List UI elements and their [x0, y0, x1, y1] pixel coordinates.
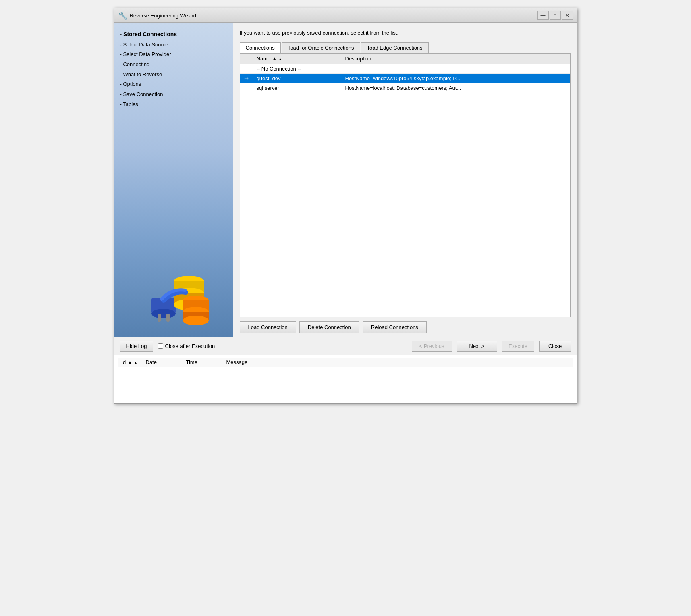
row-arrow-3: [240, 83, 253, 93]
svg-point-14: [183, 316, 209, 325]
titlebar-left: 🔧 Reverse Engineering Wizard: [118, 11, 196, 19]
tab-bar: Connections Toad for Oracle Connections …: [240, 42, 571, 53]
delete-connection-button[interactable]: Delete Connection: [299, 321, 359, 333]
row-name-2[interactable]: quest_dev: [253, 74, 341, 83]
row-arrow-1: [240, 64, 253, 74]
row-arrow-2: ⇒: [240, 74, 253, 83]
table-row[interactable]: ⇒ quest_dev HostName=windows10pro64.skyt…: [240, 74, 570, 83]
log-table: Id ▲ Date Time Message: [118, 358, 573, 367]
connections-table-container[interactable]: Name ▲ Description -- No Connection -- ⇒: [240, 53, 571, 317]
tab-toad-edge[interactable]: Toad Edge Connections: [361, 42, 429, 53]
log-col-time[interactable]: Time: [183, 358, 223, 367]
close-after-text: Close after Execution: [165, 343, 215, 349]
previous-button[interactable]: < Previous: [412, 341, 452, 352]
log-col-date[interactable]: Date: [143, 358, 183, 367]
sidebar-item-stored-connections[interactable]: - Stored Connections: [120, 29, 228, 40]
table-row[interactable]: -- No Connection --: [240, 64, 570, 74]
sidebar-item-save-connection[interactable]: - Save Connection: [120, 89, 228, 100]
sidebar-image: [120, 262, 228, 331]
tab-toad-oracle[interactable]: Toad for Oracle Connections: [282, 42, 360, 53]
window-title: Reverse Engineering Wizard: [130, 12, 196, 19]
sidebar-item-select-data-provider[interactable]: - Select Data Provider: [120, 50, 228, 60]
table-body: -- No Connection -- ⇒ quest_dev HostName…: [240, 64, 570, 93]
maximize-button[interactable]: □: [550, 11, 561, 20]
svg-rect-3: [158, 314, 161, 322]
next-button[interactable]: Next >: [457, 341, 497, 352]
reload-connections-button[interactable]: Reload Connections: [363, 321, 427, 333]
row-desc-3[interactable]: HostName=localhost; Database=customers; …: [341, 83, 570, 93]
row-desc-2[interactable]: HostName=windows10pro64.skytap.example; …: [341, 74, 570, 83]
execute-button[interactable]: Execute: [502, 341, 534, 352]
titlebar: 🔧 Reverse Engineering Wizard — □ ✕: [114, 8, 577, 23]
main-panel: If you want to use previously saved conn…: [233, 23, 577, 337]
svg-point-2: [151, 309, 176, 318]
titlebar-buttons: — □ ✕: [537, 11, 573, 20]
main-window: 🔧 Reverse Engineering Wizard — □ ✕ - Sto…: [114, 8, 577, 404]
info-text: If you want to use previously saved conn…: [240, 28, 571, 37]
hide-log-button[interactable]: Hide Log: [120, 341, 153, 352]
sidebar-item-options[interactable]: - Options: [120, 79, 228, 89]
log-col-message[interactable]: Message: [223, 358, 573, 367]
table-row[interactable]: sql server HostName=localhost; Database=…: [240, 83, 570, 93]
connections-table: Name ▲ Description -- No Connection -- ⇒: [240, 54, 570, 93]
tab-connections[interactable]: Connections: [240, 42, 281, 53]
sidebar-item-what-to-reverse[interactable]: - What to Reverse: [120, 70, 228, 80]
log-header-row: Id ▲ Date Time Message: [118, 358, 573, 367]
close-window-button[interactable]: ✕: [562, 11, 573, 20]
minimize-button[interactable]: —: [537, 11, 549, 20]
col-header-description[interactable]: Description: [341, 54, 570, 64]
table-header: Name ▲ Description: [240, 54, 570, 64]
db-illustration: [133, 262, 214, 327]
sidebar-item-select-data-source[interactable]: - Select Data Source: [120, 40, 228, 50]
bottom-bar: Hide Log Close after Execution < Previou…: [114, 337, 577, 355]
sidebar-item-tables[interactable]: - Tables: [120, 100, 228, 110]
close-after-label[interactable]: Close after Execution: [158, 343, 215, 349]
table-header-row: Name ▲ Description: [240, 54, 570, 64]
log-header: Id ▲ Date Time Message: [118, 358, 573, 367]
col-header-name[interactable]: Name ▲: [253, 54, 341, 64]
close-after-checkbox[interactable]: [158, 343, 163, 349]
col-header-indicator: [240, 54, 253, 64]
content-area: - Stored Connections - Select Data Sourc…: [114, 23, 577, 337]
app-icon: 🔧: [118, 11, 127, 19]
sidebar: - Stored Connections - Select Data Sourc…: [114, 23, 233, 337]
close-button[interactable]: Close: [539, 341, 571, 352]
svg-rect-4: [166, 314, 170, 322]
row-desc-1[interactable]: [341, 64, 570, 74]
row-name-1[interactable]: -- No Connection --: [253, 64, 341, 74]
sidebar-nav: - Stored Connections - Select Data Sourc…: [120, 29, 228, 262]
row-name-3[interactable]: sql server: [253, 83, 341, 93]
load-connection-button[interactable]: Load Connection: [240, 321, 296, 333]
log-col-id[interactable]: Id ▲: [118, 358, 143, 367]
sidebar-item-connecting[interactable]: - Connecting: [120, 60, 228, 70]
connection-buttons: Load Connection Delete Connection Reload…: [240, 321, 571, 333]
log-area: Id ▲ Date Time Message: [114, 355, 577, 403]
